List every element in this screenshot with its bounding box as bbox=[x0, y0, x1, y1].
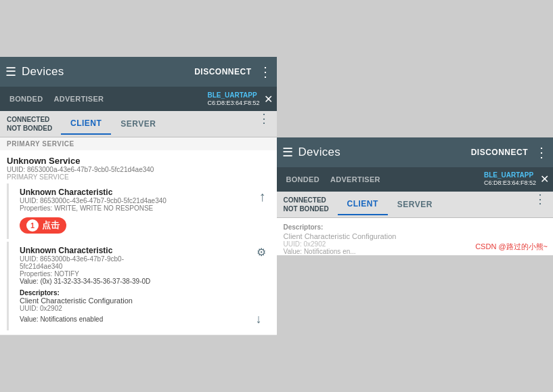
right-desc-name-bg: Client Characteristic Configuration bbox=[284, 232, 547, 240]
right-conn-more[interactable]: ⋮ bbox=[527, 192, 553, 217]
left-conn-tab-server[interactable]: SERVER bbox=[111, 114, 165, 134]
left-section-label: PRIMARY SERVICE bbox=[0, 137, 277, 150]
left-service-block: Unknown Service UUID: 8653000a-43e6-47b7… bbox=[0, 150, 277, 335]
left-char2-value: Value: (0x) 31-32-33-34-35-36-37-38-39-0… bbox=[20, 278, 266, 285]
left-conn-status: CONNECTED NOT BONDED bbox=[0, 111, 61, 137]
left-tab-bar: BONDED ADVERTISER BLE_UARTAPP C6:D8:E3:6… bbox=[0, 87, 277, 111]
right-conn-tab-server[interactable]: SERVER bbox=[388, 194, 442, 215]
left-desc-name: Client Characteristic Configuration bbox=[20, 297, 262, 305]
annotation1-num: 1 bbox=[26, 219, 39, 232]
left-char1-action[interactable]: ↑ bbox=[259, 189, 266, 204]
right-device-addr: C6:D8:E3:64:F8:52 bbox=[484, 179, 536, 188]
left-desc-title: Descriptors: bbox=[20, 289, 262, 297]
right-conn-tab-client[interactable]: CLIENT bbox=[338, 194, 388, 215]
left-char2-action[interactable]: ⚙ bbox=[257, 246, 266, 259]
left-device-addr: C6:D8:E3:64:F8:52 bbox=[207, 100, 259, 108]
left-service-type: PRIMARY SERVICE bbox=[7, 173, 270, 181]
right-tab-advertiser[interactable]: ADVERTISER bbox=[325, 167, 386, 192]
left-menu-icon[interactable]: ☰ bbox=[5, 64, 16, 79]
left-header-title: Devices bbox=[22, 65, 194, 79]
right-conn-status-line2: NOT BONDED bbox=[284, 204, 331, 213]
right-tab-close[interactable]: ✕ bbox=[540, 173, 549, 186]
annotation1-text: 点击 bbox=[42, 219, 60, 232]
left-char1-uuid: UUID: 8653000c-43e6-47b7-9cb0-5fc21d4ae3… bbox=[20, 197, 266, 204]
left-conn-tabs: CLIENT SERVER bbox=[61, 111, 251, 137]
left-content: PRIMARY SERVICE Unknown Service UUID: 86… bbox=[0, 137, 277, 335]
left-char-1: Unknown Characteristic UUID: 8653000c-43… bbox=[7, 183, 270, 239]
right-conn-status-line1: CONNECTED bbox=[284, 196, 331, 204]
right-menu-icon[interactable]: ☰ bbox=[282, 145, 293, 160]
right-tab-bonded[interactable]: BONDED bbox=[281, 167, 325, 192]
right-tab-bar: BONDED ADVERTISER BLE_UARTAPP C6:D8:E3:6… bbox=[277, 167, 554, 192]
right-conn-status: CONNECTED NOT BONDED bbox=[277, 192, 338, 217]
right-device-name: BLE_UARTAPP bbox=[484, 171, 536, 179]
left-service-uuid: UUID: 8653000a-43e6-47b7-9cb0-5fc21d4ae3… bbox=[7, 166, 270, 173]
left-service-name: Unknown Service bbox=[7, 156, 270, 166]
right-conn-bar: CONNECTED NOT BONDED CLIENT SERVER ⋮ bbox=[277, 192, 554, 218]
left-tab-device[interactable]: BLE_UARTAPP C6:D8:E3:64:F8:52 bbox=[207, 91, 259, 108]
left-conn-more[interactable]: ⋮ bbox=[251, 111, 277, 137]
left-char2-uuid2: 5fc21d4ae340 bbox=[20, 263, 266, 270]
right-panel-content: Descriptors: Client Characteristic Confi… bbox=[277, 218, 554, 255]
right-tab-device[interactable]: BLE_UARTAPP C6:D8:E3:64:F8:52 bbox=[484, 171, 536, 188]
left-conn-status-line2: NOT BONDED bbox=[7, 124, 54, 133]
left-header-dots[interactable]: ⋮ bbox=[259, 64, 271, 80]
left-device-name: BLE_UARTAPP bbox=[207, 91, 259, 100]
watermark: CSDN @路过的小熊~ bbox=[472, 241, 550, 253]
left-char2-props: Properties: NOTIFY bbox=[20, 270, 266, 278]
left-conn-tab-client[interactable]: CLIENT bbox=[61, 113, 111, 135]
right-disconnect-button[interactable]: DISCONNECT bbox=[471, 148, 528, 157]
left-char1-props: Properties: WRITE, WRITE NO RESPONSE bbox=[20, 204, 266, 212]
left-disconnect-button[interactable]: DISCONNECT bbox=[194, 67, 251, 77]
left-conn-status-line1: CONNECTED bbox=[7, 115, 54, 124]
right-conn-tabs: CLIENT SERVER bbox=[338, 192, 528, 217]
left-annotation-1: 1 点击 bbox=[20, 217, 66, 234]
left-tab-bonded[interactable]: BONDED bbox=[4, 87, 48, 111]
right-header-title: Devices bbox=[298, 146, 471, 159]
right-header-dots[interactable]: ⋮ bbox=[535, 144, 548, 160]
left-tab-advertiser[interactable]: ADVERTISER bbox=[48, 87, 109, 111]
left-descriptor-block: Descriptors: Client Characteristic Confi… bbox=[20, 288, 266, 328]
left-desc-value: Value: Notifications enabled bbox=[20, 315, 103, 323]
left-desc-action[interactable]: ↓ bbox=[256, 312, 262, 326]
left-char-2: Unknown Characteristic UUID: 8653000b-43… bbox=[7, 242, 270, 330]
left-header: ☰ Devices DISCONNECT ⋮ bbox=[0, 57, 277, 87]
left-desc-uuid: UUID: 0x2902 bbox=[20, 305, 262, 312]
left-conn-bar: CONNECTED NOT BONDED CLIENT SERVER ⋮ bbox=[0, 111, 277, 137]
right-header: ☰ Devices DISCONNECT ⋮ bbox=[277, 137, 554, 167]
left-char1-name: Unknown Characteristic bbox=[20, 188, 266, 197]
left-char2-name: Unknown Characteristic bbox=[20, 246, 266, 255]
right-desc-title-bg: Descriptors: bbox=[284, 223, 547, 231]
left-panel: ☰ Devices DISCONNECT ⋮ BONDED ADVERTISER… bbox=[0, 57, 277, 335]
left-tab-close[interactable]: ✕ bbox=[264, 93, 273, 106]
right-panel: ☰ Devices DISCONNECT ⋮ BONDED ADVERTISER… bbox=[277, 137, 554, 255]
left-char2-uuid1: UUID: 8653000b-43e6-47b7-9cb0- bbox=[20, 255, 266, 263]
